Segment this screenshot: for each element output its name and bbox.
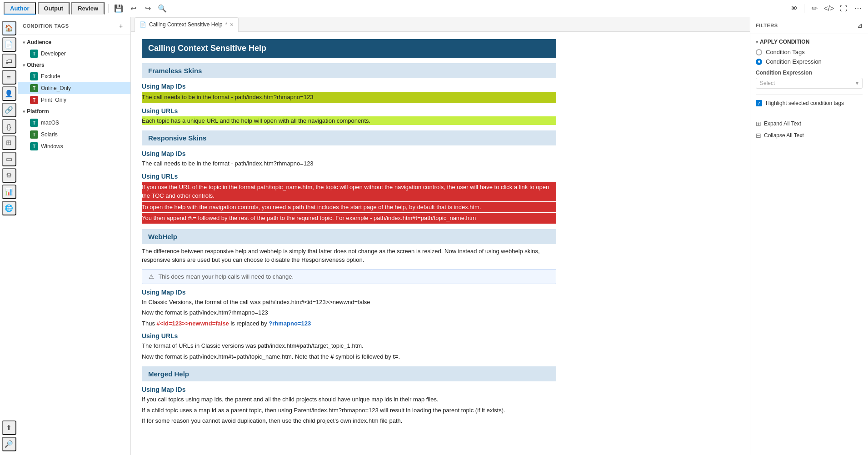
group-others[interactable]: ▾ Others <box>18 60 130 70</box>
tag-badge-developer: T <box>30 50 38 58</box>
responsive-urls-text-2: To open the help with the navigation con… <box>142 202 556 213</box>
tag-developer[interactable]: T Developer <box>18 48 130 60</box>
separator <box>108 4 109 13</box>
code-button[interactable]: </> <box>823 2 835 15</box>
tag-badge-exclude: T <box>30 72 38 80</box>
tab-author[interactable]: Author <box>4 2 36 15</box>
sidebar-user-btn[interactable]: 👤 <box>2 86 16 101</box>
radio-circle-tags <box>756 49 762 55</box>
save-button[interactable]: 💾 <box>112 2 125 15</box>
subsection-responsive-urls: Using URLs <box>142 173 556 180</box>
sidebar-upload-btn[interactable]: ⬆ <box>2 420 16 435</box>
collapse-all-button[interactable]: ⊟ Collapse All Text <box>756 130 863 141</box>
group-audience[interactable]: ▾ Audience <box>18 37 130 48</box>
apply-condition-label: APPLY CONDITION <box>760 39 809 45</box>
responsive-urls-text-1: If you use the URL of the topic in the f… <box>142 182 556 201</box>
radio-condition-tags[interactable]: Condition Tags <box>756 49 863 55</box>
pen-button[interactable]: ✏ <box>808 2 821 15</box>
redo-button[interactable]: ↪ <box>141 2 154 15</box>
sidebar-settings-btn[interactable]: ⚙ <box>2 168 16 183</box>
merged-map-ids-text-1: If you call topics using map ids, the pa… <box>142 395 556 404</box>
responsive-map-ids-text: The call needs to be in the format - pat… <box>142 159 556 168</box>
sidebar-list-btn[interactable]: ≡ <box>2 70 16 85</box>
sidebar-table-btn[interactable]: ⊞ <box>2 135 16 150</box>
sidebar-report-btn[interactable]: 📊 <box>2 185 16 199</box>
sidebar-link-btn[interactable]: 🔗 <box>2 103 16 117</box>
checkbox-highlight: ✓ <box>756 100 762 106</box>
webhelp-urls-text-2: Now the format is path/index.htm#t=path/… <box>142 352 556 361</box>
sidebar-layer-btn[interactable]: ▭ <box>2 152 16 166</box>
tag-online-only-label: Online_Only <box>41 85 71 91</box>
chevron-down-icon-2: ▾ <box>23 63 25 68</box>
warning-icon: ⚠ <box>149 273 154 280</box>
sidebar-doc-btn[interactable]: 📄 <box>2 37 16 52</box>
radio-condition-expression[interactable]: Condition Expression <box>756 58 863 65</box>
condition-panel-header: CONDITION TAGS + <box>18 17 130 35</box>
content-area: 📄 Calling Context Sensitive Help * × Cal… <box>131 17 750 455</box>
tag-badge-online-only: T <box>30 84 38 92</box>
doc-tab-close-button[interactable]: × <box>230 21 234 28</box>
filters-title: FILTERS <box>756 23 778 28</box>
tag-exclude[interactable]: T Exclude <box>18 70 130 82</box>
condition-expression-select[interactable]: Select ▾ <box>756 78 863 89</box>
toolbar: Author Output Review 💾 ↩ ↪ 🔍 👁 ✏ </> ⛶ ⋯ <box>0 0 868 17</box>
highlight-label: Highlight selected condition tags <box>766 100 844 106</box>
tag-windows-label: Windows <box>41 143 63 150</box>
tag-exclude-label: Exclude <box>41 73 60 80</box>
doc-tab-bar: 📄 Calling Context Sensitive Help * × <box>131 17 750 32</box>
tag-print-only[interactable]: T Print_Only <box>18 94 130 106</box>
doc-tab-main[interactable]: 📄 Calling Context Sensitive Help * × <box>135 17 239 32</box>
sidebar-translate-btn[interactable]: 🌐 <box>2 201 16 215</box>
tag-print-only-label: Print_Only <box>41 97 66 103</box>
tag-badge-print-only: T <box>30 96 38 104</box>
sidebar-tag-btn[interactable]: 🏷 <box>2 54 16 68</box>
tag-developer-label: Developer <box>41 50 66 57</box>
tab-review[interactable]: Review <box>71 2 105 15</box>
group-platform-label: Platform <box>27 108 49 115</box>
more-button[interactable]: ⋯ <box>852 2 864 15</box>
expand-window-button[interactable]: ⛶ <box>837 2 850 15</box>
eye-button[interactable]: 👁 <box>788 2 800 15</box>
doc-content: Calling Context Sensitive Help Frameless… <box>131 32 750 455</box>
expand-all-icon: ⊞ <box>756 120 761 127</box>
apply-condition-header[interactable]: ▾ APPLY CONDITION <box>756 39 863 45</box>
highlight-checkbox[interactable]: ✓ Highlight selected condition tags <box>756 100 863 106</box>
tag-windows[interactable]: T Windows <box>18 140 130 152</box>
chevron-down-select-icon: ▾ <box>856 80 858 86</box>
webhelp-map-ids-text-3: Thus #<id=123>>newwnd=false is replaced … <box>142 319 556 328</box>
chevron-down-icon: ▾ <box>23 40 25 45</box>
doc-inner: Calling Context Sensitive Help Frameless… <box>131 32 567 435</box>
sidebar-code-icon-btn[interactable]: {} <box>2 119 16 134</box>
main-layout: 🏠 📄 🏷 ≡ 👤 🔗 {} ⊞ ▭ ⚙ 📊 🌐 ⬆ 🔎 CONDITION T… <box>0 17 868 455</box>
collapse-all-icon: ⊟ <box>756 132 761 139</box>
webhelp-intro-text: The difference between responsive help a… <box>142 247 556 265</box>
undo-button[interactable]: ↩ <box>127 2 140 15</box>
tag-macos-label: macOS <box>41 120 59 126</box>
filters-panel: FILTERS ⊿ ▾ APPLY CONDITION Condition Ta… <box>750 17 868 455</box>
search-button[interactable]: 🔍 <box>156 2 169 15</box>
webhelp-map-ids-text-2: Now the format is path/index.htm?rhmapno… <box>142 308 556 317</box>
group-others-label: Others <box>27 62 45 68</box>
tab-output[interactable]: Output <box>38 2 70 15</box>
tag-online-only[interactable]: T Online_Only <box>18 82 130 94</box>
chevron-down-icon-3: ▾ <box>23 109 25 114</box>
tag-badge-macos: T <box>30 119 38 127</box>
expand-all-button[interactable]: ⊞ Expand All Text <box>756 118 863 130</box>
webhelp-map-ids-text-1: In Classic Versions, the format of the c… <box>142 298 556 307</box>
radio-group: Condition Tags Condition Expression <box>756 49 863 65</box>
inline-red-text: #<id=123>>newwnd=false <box>157 320 229 327</box>
tag-macos[interactable]: T macOS <box>18 117 130 129</box>
note-text: This does mean your help calls will need… <box>158 273 294 280</box>
group-platform[interactable]: ▾ Platform <box>18 106 130 117</box>
tag-solaris[interactable]: T Solaris <box>18 129 130 140</box>
doc-tab-title: Calling Context Sensitive Help <box>149 21 222 28</box>
sidebar-zoom-btn[interactable]: 🔎 <box>2 437 16 451</box>
section-frameless-skins: Frameless Skins <box>142 63 556 78</box>
doc-tab-modified: * <box>225 21 227 28</box>
tag-badge-windows: T <box>30 142 38 150</box>
subsection-webhelp-map-ids: Using Map IDs <box>142 289 556 296</box>
add-condition-tag-button[interactable]: + <box>116 21 126 31</box>
sidebar-home-btn[interactable]: 🏠 <box>2 21 16 35</box>
radio-tags-label: Condition Tags <box>766 49 805 55</box>
condition-expression-label: Condition Expression <box>756 70 863 76</box>
